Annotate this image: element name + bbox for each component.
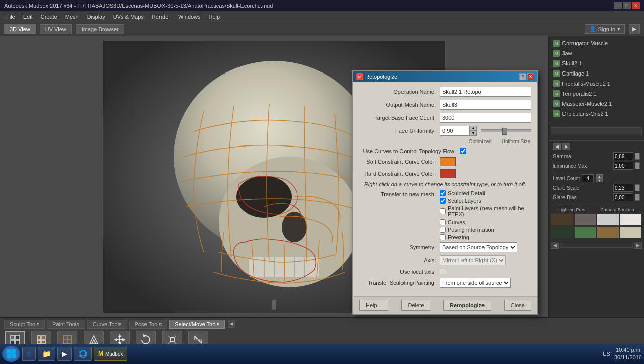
glare-bias-slider[interactable] <box>635 194 640 201</box>
target-face-input[interactable] <box>440 113 531 123</box>
panel-nav-right[interactable]: ▶ <box>562 143 570 150</box>
output-mesh-input[interactable] <box>440 100 531 110</box>
use-curves-checkbox[interactable] <box>460 148 466 154</box>
obj-item-corrugator[interactable]: M Corrugator-Muscle <box>549 38 644 48</box>
transfer-sculpt-select[interactable]: From one side of source <box>440 278 511 288</box>
lighting-thumb-4[interactable] <box>620 213 642 226</box>
level-count-up[interactable]: ▲ <box>596 174 603 178</box>
glare-scale-slider[interactable] <box>635 184 640 191</box>
sculpt-layers-checkbox[interactable] <box>440 198 446 204</box>
tab-select-move-tools[interactable]: Select/Move Tools <box>169 320 225 329</box>
menu-windows[interactable]: Windows <box>174 13 205 21</box>
glare-bias-label: Glare Bias <box>553 195 577 200</box>
luminance-slider-thumb[interactable] <box>635 162 640 169</box>
menu-create[interactable]: Create <box>37 13 61 21</box>
obj-icon: M <box>553 60 560 67</box>
close-button[interactable]: ✕ <box>632 2 640 9</box>
sign-in-chevron: ▾ <box>617 26 620 32</box>
posing-checkbox[interactable] <box>440 227 446 233</box>
start-button[interactable] <box>2 346 20 362</box>
help-button[interactable]: Help... <box>359 300 388 311</box>
dialog-close-icon[interactable]: ✕ <box>527 73 534 80</box>
local-axis-label: Use local axis: <box>359 269 440 275</box>
lighting-thumb-2[interactable] <box>574 213 597 226</box>
obj-item-skull2-1[interactable]: M Skull2 1 <box>549 58 644 68</box>
obj-item-cartilage[interactable]: M Cartilage 1 <box>549 68 644 79</box>
glare-scale-input[interactable] <box>613 184 633 192</box>
menu-file[interactable]: File <box>2 13 19 21</box>
obj-icon: M <box>553 90 560 97</box>
uniformity-slider[interactable] <box>481 129 531 132</box>
use-curves-label: Use Curves to Control Topology Flow: <box>359 148 460 154</box>
tab-curve-tools[interactable]: Curve Tools <box>87 320 127 329</box>
tab-3d-view[interactable]: 3D View <box>4 24 36 34</box>
hard-constraint-color[interactable] <box>440 169 456 178</box>
uniformity-slider-thumb[interactable] <box>502 128 507 135</box>
obj-item-jaw[interactable]: M Jaw <box>549 48 644 58</box>
face-uniformity-input[interactable] <box>440 126 470 136</box>
paint-layers-checkbox[interactable] <box>440 208 446 214</box>
dialog-window-controls: ? ✕ <box>519 73 534 80</box>
level-count-input[interactable] <box>582 174 594 182</box>
menu-uvs-maps[interactable]: UVs & Maps <box>109 13 148 21</box>
menu-edit[interactable]: Edit <box>19 13 37 21</box>
camera-thumb-3[interactable] <box>597 226 619 238</box>
panel-nav-left[interactable]: ◀ <box>553 143 561 150</box>
svg-rect-18 <box>42 340 45 344</box>
obj-item-masseter[interactable]: M Masseter-Muscle2 1 <box>549 99 644 109</box>
sculpted-detail-checkbox[interactable] <box>440 190 446 196</box>
lighting-presets-label[interactable]: Lighting Pres... <box>551 207 597 212</box>
tab-scroll-left[interactable]: ◀ <box>228 320 235 328</box>
spinner-up[interactable]: ▲ <box>470 126 477 131</box>
nav-arrow-button[interactable]: ▶ <box>629 24 640 34</box>
menu-help[interactable]: Help <box>205 13 224 21</box>
gamma-input[interactable] <box>613 152 633 160</box>
taskbar-media[interactable]: ▶ <box>57 347 72 361</box>
freezing-checkbox[interactable] <box>440 234 446 240</box>
taskbar-time-label: 10:40 p.m. <box>614 346 642 354</box>
tab-paint-tools[interactable]: Paint Tools <box>47 320 85 329</box>
lighting-thumb-3[interactable] <box>597 213 619 226</box>
gamma-slider-thumb[interactable] <box>635 153 640 160</box>
close-dialog-button[interactable]: Close <box>504 300 531 311</box>
luminance-input[interactable] <box>613 162 633 170</box>
operation-name-input[interactable] <box>440 87 531 97</box>
posing-row: Posing Information <box>440 227 531 233</box>
retopologize-button[interactable]: Retopologize <box>443 300 491 311</box>
lighting-thumb-1[interactable] <box>551 213 574 226</box>
menu-display[interactable]: Display <box>83 13 109 21</box>
scroll-right-btn[interactable]: ▶ <box>634 242 642 249</box>
level-count-down[interactable]: ▼ <box>596 178 603 182</box>
delete-button[interactable]: Delete <box>401 300 431 311</box>
tab-sculpt-tools[interactable]: Sculpt Tools <box>4 320 45 329</box>
maximize-button[interactable]: □ <box>623 2 631 9</box>
dialog-help-icon[interactable]: ? <box>519 73 526 80</box>
spinner-down[interactable]: ▼ <box>470 131 477 136</box>
tab-pose-tools[interactable]: Pose Tools <box>129 320 168 329</box>
obj-item-frontalis[interactable]: M Frontalis-Muscle2 1 <box>549 79 644 89</box>
menu-mesh[interactable]: Mesh <box>61 13 83 21</box>
soft-constraint-color[interactable] <box>440 157 456 166</box>
svg-line-33 <box>174 336 176 338</box>
camera-bookmarks-label[interactable]: Camera Bookma... <box>597 207 642 212</box>
minimize-button[interactable]: − <box>614 2 622 9</box>
camera-thumb-4[interactable] <box>620 226 642 238</box>
taskbar-explorer[interactable]: 📁 <box>38 347 55 361</box>
obj-item-temporalis[interactable]: M Temporalis2 1 <box>549 89 644 99</box>
axis-select[interactable]: Mirror Left to Right (X) <box>440 255 506 265</box>
tab-image-browser[interactable]: Image Browser <box>76 24 124 34</box>
symmetry-select[interactable]: Based on Source Topology <box>440 242 517 252</box>
scroll-left-btn[interactable]: ◀ <box>551 242 559 249</box>
taskbar-mudbox[interactable]: M Mudbox <box>94 347 128 361</box>
sign-in-button[interactable]: 👤 Sign In ▾ <box>585 24 625 34</box>
tab-uv-view[interactable]: UV View <box>40 24 72 34</box>
obj-item-orbicularis[interactable]: M Orbicularis-Oris2 1 <box>549 109 644 119</box>
taskbar-ie[interactable]: e <box>22 347 36 361</box>
camera-thumb-2[interactable] <box>574 226 597 238</box>
local-axis-checkbox[interactable] <box>440 268 446 275</box>
curves-checkbox[interactable] <box>440 219 446 225</box>
glare-bias-input[interactable] <box>613 193 633 201</box>
camera-thumb-1[interactable] <box>551 226 574 238</box>
menu-render[interactable]: Render <box>148 13 174 21</box>
taskbar-chrome[interactable]: 🌐 <box>74 347 92 361</box>
